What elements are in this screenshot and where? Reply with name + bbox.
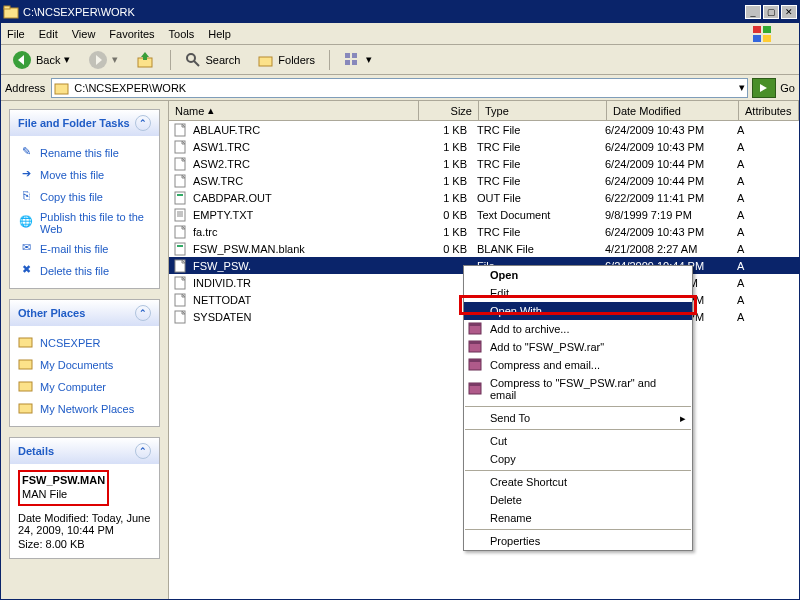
collapse-icon[interactable]: ⌃ — [135, 305, 151, 321]
chevron-down-icon[interactable]: ▾ — [739, 81, 745, 94]
ctx-edit[interactable]: Edit — [464, 284, 692, 302]
task-icon: 🌐 — [18, 215, 34, 231]
file-row[interactable]: FSW_PSW.MAN.blank0 KBBLANK File4/21/2008… — [169, 240, 799, 257]
svg-line-10 — [194, 61, 199, 66]
file-row[interactable]: fa.trc1 KBTRC File6/24/2009 10:43 PMA — [169, 223, 799, 240]
task-icon: ➔ — [18, 167, 34, 183]
task-link[interactable]: ➔Move this file — [18, 164, 151, 186]
file-icon — [173, 140, 189, 154]
ctx-add-rar[interactable]: Add to "FSW_PSW.rar" — [464, 338, 692, 356]
minimize-button[interactable]: _ — [745, 5, 761, 19]
menu-edit[interactable]: Edit — [39, 28, 58, 40]
file-name: ASW.TRC — [193, 175, 243, 187]
ctx-delete[interactable]: Delete — [464, 491, 692, 509]
back-icon — [12, 50, 32, 70]
views-button[interactable]: ▾ — [337, 49, 379, 71]
file-size: 1 KB — [417, 226, 477, 238]
collapse-icon[interactable]: ⌃ — [135, 115, 151, 131]
file-row[interactable]: ABLAUF.TRC1 KBTRC File6/24/2009 10:43 PM… — [169, 121, 799, 138]
archive-icon — [468, 339, 484, 355]
file-date: 6/22/2009 11:41 PM — [605, 192, 737, 204]
task-icon: ✖ — [18, 263, 34, 279]
task-link[interactable]: ⎘Copy this file — [18, 186, 151, 208]
go-label: Go — [780, 82, 795, 94]
col-name[interactable]: Name▴ — [169, 101, 419, 120]
file-list-view: Name▴ Size Type Date Modified Attributes… — [169, 101, 799, 599]
ctx-open[interactable]: Open — [464, 266, 692, 284]
file-size: 1 KB — [417, 124, 477, 136]
file-row[interactable]: CABDPAR.OUT1 KBOUT File6/22/2009 11:41 P… — [169, 189, 799, 206]
details-size: Size: 8.00 KB — [18, 538, 151, 550]
collapse-icon[interactable]: ⌃ — [135, 443, 151, 459]
file-name: fa.trc — [193, 226, 217, 238]
ctx-add-archive[interactable]: Add to archive... — [464, 320, 692, 338]
place-link[interactable]: NCSEXPER — [18, 332, 151, 354]
file-type: Text Document — [477, 209, 605, 221]
place-link[interactable]: My Computer — [18, 376, 151, 398]
col-date[interactable]: Date Modified — [607, 101, 739, 120]
ctx-rename[interactable]: Rename — [464, 509, 692, 527]
go-button[interactable] — [752, 78, 776, 98]
folders-button[interactable]: Folders — [251, 49, 322, 71]
up-button[interactable] — [129, 47, 163, 73]
file-date: 6/24/2009 10:43 PM — [605, 124, 737, 136]
menu-help[interactable]: Help — [208, 28, 231, 40]
details-highlight: FSW_PSW.MAN MAN File — [18, 470, 109, 506]
ctx-open-with[interactable]: Open With... — [464, 302, 692, 320]
menu-favorites[interactable]: Favorites — [109, 28, 154, 40]
ctx-compress-email[interactable]: Compress and email... — [464, 356, 692, 374]
titlebar[interactable]: C:\NCSEXPER\WORK _ ▢ ✕ — [1, 1, 799, 23]
ctx-shortcut[interactable]: Create Shortcut — [464, 473, 692, 491]
file-name: ASW2.TRC — [193, 158, 250, 170]
ctx-send-to[interactable]: Send To▸ — [464, 409, 692, 427]
task-link[interactable]: ✎Rename this file — [18, 142, 151, 164]
svg-point-9 — [187, 54, 195, 62]
chevron-down-icon: ▾ — [366, 53, 372, 66]
file-row[interactable]: EMPTY.TXT0 KBText Document9/8/1999 7:19 … — [169, 206, 799, 223]
file-rows[interactable]: ABLAUF.TRC1 KBTRC File6/24/2009 10:43 PM… — [169, 121, 799, 599]
file-row[interactable]: ASW1.TRC1 KBTRC File6/24/2009 10:43 PMA — [169, 138, 799, 155]
svg-rect-11 — [259, 57, 272, 66]
toolbar: Back ▾ ▾ Search Folders ▾ — [1, 45, 799, 75]
maximize-button[interactable]: ▢ — [763, 5, 779, 19]
search-button[interactable]: Search — [178, 49, 247, 71]
col-size[interactable]: Size — [419, 101, 479, 120]
ctx-copy[interactable]: Copy — [464, 450, 692, 468]
menu-tools[interactable]: Tools — [169, 28, 195, 40]
forward-button[interactable]: ▾ — [81, 47, 125, 73]
file-row[interactable]: ASW2.TRC1 KBTRC File6/24/2009 10:44 PMA — [169, 155, 799, 172]
svg-rect-5 — [763, 35, 771, 42]
file-size: 0 KB — [417, 209, 477, 221]
menu-file[interactable]: File — [7, 28, 25, 40]
back-button[interactable]: Back ▾ — [5, 47, 77, 73]
file-attr: A — [737, 192, 797, 204]
col-attr[interactable]: Attributes — [739, 101, 799, 120]
tasks-header[interactable]: File and Folder Tasks ⌃ — [10, 110, 159, 136]
address-input[interactable]: C:\NCSEXPER\WORK ▾ — [51, 78, 748, 98]
place-link[interactable]: My Network Places — [18, 398, 151, 420]
close-button[interactable]: ✕ — [781, 5, 797, 19]
places-header[interactable]: Other Places ⌃ — [10, 300, 159, 326]
col-type[interactable]: Type — [479, 101, 607, 120]
details-header[interactable]: Details ⌃ — [10, 438, 159, 464]
file-attr: A — [737, 226, 797, 238]
task-link[interactable]: 🌐Publish this file to the Web — [18, 208, 151, 238]
ctx-compress-rar-email[interactable]: Compress to "FSW_PSW.rar" and email — [464, 374, 692, 404]
ctx-properties[interactable]: Properties — [464, 532, 692, 550]
svg-rect-14 — [345, 60, 350, 65]
archive-icon — [468, 321, 484, 337]
file-name: NETTODAT — [193, 294, 251, 306]
file-icon — [173, 225, 189, 239]
svg-rect-13 — [352, 53, 357, 58]
place-link[interactable]: My Documents — [18, 354, 151, 376]
file-row[interactable]: ASW.TRC1 KBTRC File6/24/2009 10:44 PMA — [169, 172, 799, 189]
menu-view[interactable]: View — [72, 28, 96, 40]
svg-rect-25 — [175, 192, 185, 204]
ctx-cut[interactable]: Cut — [464, 432, 692, 450]
folder-icon — [18, 357, 34, 373]
explorer-window: C:\NCSEXPER\WORK _ ▢ ✕ File Edit View Fa… — [0, 0, 800, 600]
task-link[interactable]: ✖Delete this file — [18, 260, 151, 282]
file-icon — [173, 191, 189, 205]
file-type: OUT File — [477, 192, 605, 204]
task-link[interactable]: ✉E-mail this file — [18, 238, 151, 260]
